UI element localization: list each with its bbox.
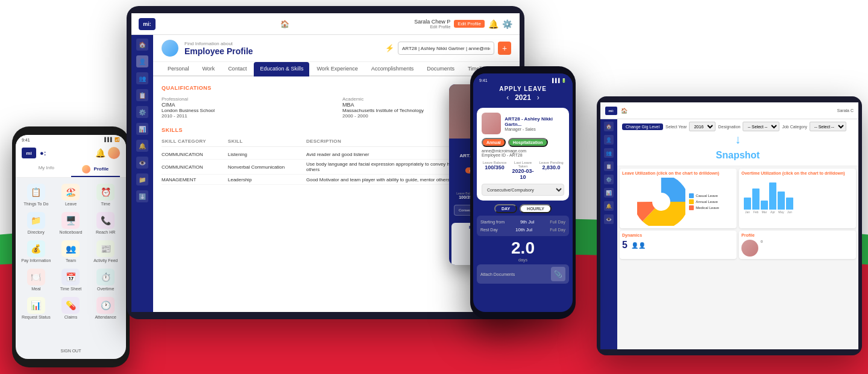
profile-dash-card: Profile 0 (739, 231, 856, 259)
leave-pie-chart[interactable]: Casual Leave Annual Leave Medical Leave (622, 178, 734, 226)
sidebar-download[interactable]: ⬇️ (136, 190, 148, 202)
rt-topbar-user: Sarala C (837, 108, 854, 113)
directory-icon: 📁 (31, 216, 41, 225)
notification-icon[interactable]: 🔔 (488, 19, 498, 29)
nav-things-to-do[interactable]: 📋 Things To Do (19, 181, 53, 208)
last-taken: Last Leave Taken 2020-03-10 (510, 161, 536, 180)
sidebar-profile[interactable]: 👤 (136, 55, 148, 67)
sidebar-bell[interactable]: 🔔 (136, 140, 148, 152)
rt-home-icon[interactable]: 🏠 (621, 108, 627, 114)
phone-tab-profile[interactable]: Profile (71, 163, 121, 177)
leave-reason-dropdown[interactable]: Consecutive/Compulsory (482, 184, 564, 196)
sidebar-users[interactable]: 👥 (136, 72, 148, 84)
add-employee-button[interactable]: + (498, 42, 511, 55)
claims-icon: 💊 (66, 301, 76, 310)
snapshot-header: Change Gig Level Select Year 2016 Design… (617, 119, 858, 166)
pie-legend: Casual Leave Annual Leave Medical Leave (689, 193, 719, 210)
designation-select[interactable]: -- Select -- (743, 122, 779, 131)
leave-icon: 🏖️ (66, 187, 76, 197)
phone-signal: ▌▌▌ 📶 (104, 137, 120, 142)
sidebar-docs[interactable]: 📋 (136, 89, 148, 101)
employee-filter-input[interactable] (398, 42, 494, 55)
hourly-toggle-btn[interactable]: HOURLY (520, 204, 552, 213)
nav-claims[interactable]: 💊 Claims (54, 295, 88, 322)
tab-personal[interactable]: Personal (162, 62, 195, 76)
nav-reach-hr[interactable]: 📞 Reach HR (89, 210, 122, 237)
nav-noticeboard[interactable]: 🖥️ Noticeboard (54, 210, 88, 237)
attendance-icon: 🕐 (101, 301, 111, 310)
select-year-label: Select Year (665, 125, 687, 129)
home-icon[interactable]: 🏠 (280, 20, 289, 28)
nav-team[interactable]: 👥 Team (54, 238, 88, 265)
leave-app-title: APPLY LEAVE (479, 86, 567, 92)
rt-sidebar-users[interactable]: 👥 (604, 148, 614, 158)
bar-may: May (778, 192, 785, 214)
signout-text[interactable]: SIGN OUT (61, 349, 81, 353)
phone-logo-text: ●: (40, 149, 46, 157)
sidebar-chart[interactable]: 📊 (136, 123, 148, 135)
nav-meal[interactable]: 🍽️ Meal (19, 266, 53, 293)
nav-timesheet[interactable]: 📅 Time Sheet (54, 266, 88, 293)
nav-directory[interactable]: 📁 Directory (19, 210, 53, 237)
overtime-bar-chart[interactable]: Jan Feb Mar (741, 178, 854, 214)
sidebar-home[interactable]: 🏠 (136, 39, 148, 51)
leave-email: anne@microimage.com (482, 149, 564, 153)
nav-time[interactable]: ⏰ Time (89, 181, 122, 208)
leave-empid: Employee ID - ART28 (482, 153, 564, 157)
leave-profile-top: ART28 - Ashley Nikki Gartn... Manager - … (482, 113, 564, 134)
leave-type-buttons: Annual Hospitalization (482, 138, 564, 147)
sidebar-folder[interactable]: 📁 (136, 173, 148, 185)
dynamics-value: 5 (622, 240, 627, 251)
rt-sidebar-bell[interactable]: 🔔 (604, 201, 614, 211)
job-category-select[interactable]: -- Select -- (810, 122, 846, 131)
sidebar-eye[interactable]: 👁️ (136, 157, 148, 169)
phone-center-screen: 9:41 ▌▌▌🔋 APPLY LEAVE ‹ 2021 › ART28 - A… (473, 73, 573, 312)
rt-sidebar-profile[interactable]: 👤 (604, 135, 614, 145)
nav-request[interactable]: 📊 Request Status (19, 295, 53, 322)
tab-work-exp[interactable]: Work Experience (310, 62, 363, 76)
leave-util-title: Leave Utilization (click on the chart to… (622, 171, 734, 175)
bar-mar-bar (761, 201, 768, 210)
tab-accomplishments[interactable]: Accomplishments (365, 62, 420, 76)
employee-profile-header: Find Information about Employee Profile … (153, 35, 520, 62)
leave-annual-btn[interactable]: Annual (482, 138, 506, 147)
year-select[interactable]: 2016 (689, 122, 715, 131)
bar-mar: Mar (761, 201, 768, 214)
prev-year-btn[interactable]: ‹ (506, 93, 509, 102)
topbar-edit-btn[interactable]: Edit Profile (454, 20, 485, 28)
leave-hospitalization-btn[interactable]: Hospitalization (508, 138, 548, 147)
settings-icon[interactable]: ⚙️ (502, 19, 512, 29)
nav-attendance[interactable]: 🕐 Attendance (89, 295, 122, 322)
dash-profile-photo (741, 240, 758, 257)
phone-time: 9:41 (22, 138, 30, 142)
tab-documents[interactable]: Documents (421, 62, 461, 76)
rt-sidebar-eye[interactable]: 👁️ (604, 214, 614, 224)
attach-docs-button[interactable]: 📎 (551, 267, 565, 281)
phone-logo: mi (22, 148, 36, 158)
day-toggle-btn[interactable]: DAY (494, 204, 517, 213)
rt-sidebar-chart[interactable]: 📊 (604, 188, 614, 198)
rt-sidebar-docs[interactable]: 📋 (604, 161, 614, 171)
tab-work[interactable]: Work (197, 62, 221, 76)
change-gig-btn[interactable]: Change Gig Level (622, 123, 663, 130)
tab-education-skills[interactable]: Education & Skills (254, 62, 309, 76)
rt-layout: 🏠 👤 👥 📋 ⚙️ 📊 🔔 👁️ Change Gig Level Selec… (600, 119, 858, 349)
tab-contact[interactable]: Contact (222, 62, 253, 76)
emp-title-area: Find Information about Employee Profile (184, 41, 253, 56)
noticeboard-icon: 🖥️ (66, 216, 76, 225)
tablet-logo: mi: (139, 18, 156, 30)
phone-tab-myinfo[interactable]: My Info (22, 163, 71, 177)
leave-count-label: days (473, 258, 573, 262)
phone-avatar (108, 147, 120, 159)
leave-stats: Leave Balance 100/350 Last Leave Taken 2… (482, 161, 564, 180)
nav-overtime[interactable]: ⏱️ Overtime (89, 266, 122, 293)
nav-activity[interactable]: 📰 Activity Feed (89, 238, 122, 265)
nav-pay[interactable]: 💰 Pay Information (19, 238, 53, 265)
rt-sidebar-home[interactable]: 🏠 (604, 122, 614, 131)
sidebar-settings[interactable]: ⚙️ (136, 106, 148, 118)
next-year-btn[interactable]: › (537, 93, 539, 102)
leave-count-area: 2.0 days (473, 238, 573, 262)
attach-docs-label: Attach Documents (480, 272, 549, 276)
rt-sidebar-settings[interactable]: ⚙️ (604, 175, 614, 184)
nav-leave[interactable]: 🏖️ Leave (54, 181, 88, 208)
